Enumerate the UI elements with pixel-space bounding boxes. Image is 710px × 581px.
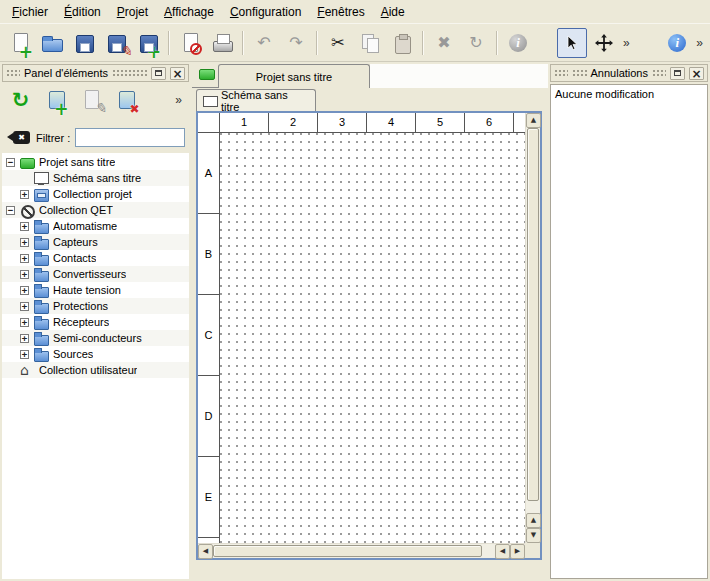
float-panel-button[interactable] (151, 67, 166, 80)
new-element-icon (44, 88, 68, 112)
clear-filter-button[interactable] (7, 130, 31, 145)
cut-button[interactable] (323, 28, 353, 58)
print-button[interactable] (207, 28, 237, 58)
expander-icon[interactable]: + (20, 318, 29, 327)
expander-icon[interactable]: + (20, 190, 29, 199)
menu-edition[interactable]: Édition (56, 2, 109, 22)
menu-fichier[interactable]: Fichier (4, 2, 56, 22)
vertical-scroll-thumb[interactable] (527, 128, 539, 501)
delete-x-icon (432, 31, 456, 55)
open-folder-icon (40, 31, 64, 55)
element-info-button[interactable] (503, 28, 533, 58)
delete-element-button[interactable] (111, 86, 140, 115)
scroll-right-button[interactable]: ▶ (510, 544, 525, 559)
panel-toolbar-overflow-button[interactable]: » (172, 93, 185, 107)
delete-element-icon (114, 88, 138, 112)
move-tool-button[interactable] (589, 28, 619, 58)
menu-fenetres[interactable]: Fenêtres (309, 2, 372, 22)
elements-panel-dock: Panel d'éléments » Filtrer : (2, 64, 189, 579)
help-overflow-button[interactable]: » (693, 36, 706, 50)
tree-item-contacts[interactable]: + Contacts (2, 250, 189, 266)
dock-grip (652, 69, 666, 78)
float-panel-button[interactable] (670, 67, 685, 80)
dock-grip (554, 69, 568, 78)
scroll-up-button-2[interactable]: ▲ (526, 513, 541, 528)
column-header: 2 (269, 113, 318, 132)
filter-input[interactable] (75, 128, 185, 147)
tree-item-label: Collection QET (39, 204, 113, 216)
about-button[interactable] (662, 28, 692, 58)
rotate-button[interactable] (461, 28, 491, 58)
tab-projet-sans-titre[interactable]: Projet sans titre (218, 64, 370, 88)
menu-aide[interactable]: Aide (373, 2, 413, 22)
close-icon (691, 64, 701, 82)
vertical-scrollbar[interactable]: ▲ ▲ ▼ (525, 113, 540, 543)
expander-icon[interactable]: + (20, 350, 29, 359)
tree-item-capteurs[interactable]: + Capteurs (2, 234, 189, 250)
home-icon (20, 364, 35, 377)
close-icon (172, 64, 182, 82)
tree-item-protections[interactable]: + Protections (2, 298, 189, 314)
scroll-down-button[interactable]: ▼ (526, 528, 541, 543)
paste-button[interactable] (387, 28, 417, 58)
copy-button[interactable] (355, 28, 385, 58)
expander-icon[interactable]: + (20, 238, 29, 247)
tree-item-semi-conducteurs[interactable]: + Semi-conducteurs (2, 330, 189, 346)
close-file-button[interactable] (175, 28, 205, 58)
tree-item-schema-sans-titre[interactable]: Schéma sans titre (2, 170, 189, 186)
main-toolbar: » » (0, 23, 710, 62)
expander-icon[interactable]: + (20, 270, 29, 279)
close-panel-button[interactable] (170, 67, 185, 80)
folder-icon (34, 268, 49, 281)
tree-item-sources[interactable]: + Sources (2, 346, 189, 362)
new-document-button[interactable] (5, 28, 35, 58)
redo-button[interactable] (281, 28, 311, 58)
menu-projet[interactable]: Projet (109, 2, 156, 22)
scroll-up-button[interactable]: ▲ (526, 113, 541, 128)
toolbar-overflow-button[interactable]: » (620, 36, 633, 50)
expander-icon[interactable]: − (6, 206, 15, 215)
menu-affichage[interactable]: Affichage (156, 2, 222, 22)
schema-tab-label: Schéma sans titre (221, 89, 309, 113)
open-project-button[interactable] (37, 28, 67, 58)
tree-item-collection-qet[interactable]: − Collection QET (2, 202, 189, 218)
save-as-button[interactable] (101, 28, 131, 58)
expander-icon[interactable]: + (20, 286, 29, 295)
tree-item-collection-projet[interactable]: + Collection projet (2, 186, 189, 202)
tree-item-haute-tension[interactable]: + Haute tension (2, 282, 189, 298)
reload-collections-button[interactable] (6, 86, 35, 115)
delete-button[interactable] (429, 28, 459, 58)
expander-icon[interactable]: + (20, 334, 29, 343)
tree-item-collection-utilisateur[interactable]: Collection utilisateur (2, 362, 189, 378)
expander-icon[interactable]: + (20, 302, 29, 311)
new-element-button[interactable] (41, 86, 70, 115)
menu-configuration[interactable]: Configuration (222, 2, 309, 22)
save-button[interactable] (69, 28, 99, 58)
expander-icon[interactable]: + (20, 254, 29, 263)
redo-arrow-icon (284, 31, 308, 55)
help-toolbar: » (661, 28, 706, 58)
toolbar-separator (422, 31, 424, 55)
expander-icon[interactable]: − (6, 158, 15, 167)
tree-item-recepteurs[interactable]: + Récepteurs (2, 314, 189, 330)
scroll-left-button-2[interactable]: ◀ (495, 544, 510, 559)
qet-main-window: Fichier Édition Projet Affichage Configu… (0, 0, 710, 581)
tree-item-convertisseurs[interactable]: + Convertisseurs (2, 266, 189, 282)
horizontal-scroll-thumb[interactable] (213, 545, 482, 557)
scroll-left-button[interactable]: ◀ (198, 544, 213, 559)
tab-schema-sans-titre[interactable]: Schéma sans titre (196, 89, 316, 111)
close-panel-button[interactable] (689, 67, 704, 80)
undo-button[interactable] (249, 28, 279, 58)
diagram-canvas[interactable] (220, 133, 525, 543)
tree-item-automatisme[interactable]: + Automatisme (2, 218, 189, 234)
schema-tab-icon (203, 96, 217, 106)
save-all-button[interactable] (133, 28, 163, 58)
horizontal-scrollbar[interactable]: ◀ ◀ ▶ (198, 543, 525, 558)
select-tool-button[interactable] (557, 28, 587, 58)
clear-filter-icon (13, 131, 30, 144)
expander-icon[interactable]: + (20, 222, 29, 231)
page-forbidden-icon (178, 31, 202, 55)
floppy-save-icon (72, 31, 96, 55)
edit-element-button[interactable] (76, 86, 105, 115)
tree-item-projet-sans-titre[interactable]: − Projet sans titre (2, 154, 189, 170)
